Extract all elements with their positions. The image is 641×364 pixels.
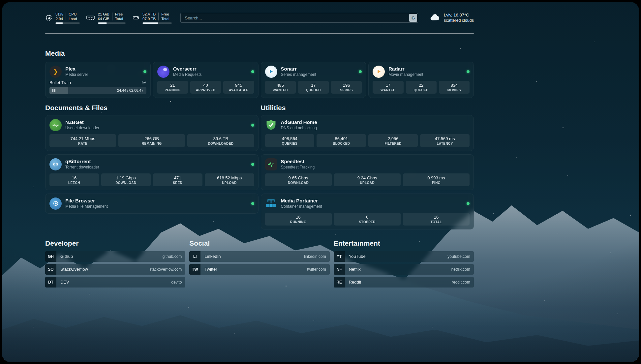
section-title-social: Social (189, 239, 329, 247)
topbar-divider (45, 33, 474, 34)
bookmark-name: LinkedIn (204, 254, 221, 259)
cloud-icon (429, 13, 441, 23)
bookmark-github[interactable]: GH Github github.com (45, 251, 185, 262)
bookmark-youtube[interactable]: YT YouTube youtube.com (334, 251, 474, 262)
app-card-overseerr[interactable]: Overseerr Media Requests 21PENDING 40APP… (153, 62, 259, 98)
section-title-utilities: Utilities (261, 104, 474, 112)
app-subtitle: Series management (281, 72, 316, 77)
bookmark-name: YouTube (349, 254, 366, 259)
bookmark-url: youtube.com (447, 254, 470, 259)
status-online-dot (251, 124, 254, 127)
app-card-filebrowser[interactable]: File Browser Media File Management (45, 194, 259, 214)
bookmark-badge: YT (334, 251, 345, 262)
app-subtitle: Media Requests (173, 72, 202, 77)
status-online-dot (467, 202, 470, 205)
section-title-developer: Developer (45, 239, 185, 247)
search-bar[interactable]: G (180, 13, 418, 23)
bookmark-badge: NF (334, 264, 345, 275)
stat-box: 744.21 MbpsRATE (49, 134, 116, 147)
bookmark-url: linkedin.com (304, 254, 326, 259)
app-card-sonarr[interactable]: Sonarr Series management 485WANTED 17QUE… (261, 62, 366, 98)
ram-free-label: Free (115, 12, 123, 16)
bookmark-badge: LI (189, 251, 200, 262)
bookmark-linkedin[interactable]: LI LinkedIn linkedin.com (189, 251, 329, 262)
stat-box: 16TOTAL (403, 213, 470, 226)
stat-box: 485WANTED (265, 81, 296, 94)
status-online-dot (251, 70, 254, 73)
stat-box: 17QUEUED (298, 81, 329, 94)
adguard-icon (265, 119, 277, 131)
bookmark-twitter[interactable]: TW Twitter twitter.com (189, 264, 329, 275)
disk-progress-bar (142, 22, 172, 24)
cpu-load-label: Load (69, 16, 77, 21)
weather-location-temp: Lviv, 16.87°C (444, 13, 474, 18)
ram-total-value: 64 GiB (98, 16, 109, 21)
settings-gear-icon[interactable] (141, 80, 146, 85)
utilities-column: Utilities (261, 104, 474, 229)
bookmark-badge: GH (45, 251, 56, 262)
ram-total-label: Total (115, 16, 123, 21)
status-online-dot (143, 70, 146, 73)
app-card-radarr[interactable]: Radarr Movie management 17WANTED 22QUEUE… (368, 62, 474, 98)
stat-box: 0.993 msPING (403, 173, 470, 186)
stat-box: 618.52 MbpsUPLOAD (205, 173, 254, 186)
app-card-portainer[interactable]: Media Portainer Container management 16R… (261, 194, 474, 229)
stat-box: 0STOPPED (334, 213, 401, 226)
stat-box: 17WANTED (373, 81, 403, 94)
bookmarks-social: Social LI LinkedIn linkedin.com TW Twitt… (189, 239, 329, 288)
bookmark-name: Twitter (204, 267, 217, 272)
section-title-entertainment: Entertainment (334, 239, 474, 247)
section-title-documents: Documents & Files (45, 104, 259, 112)
plex-playback-bar[interactable]: 24:44 / 02:06:47 (49, 87, 146, 94)
stat-box: 266 GBREMAINING (118, 134, 185, 147)
bookmark-dev[interactable]: DT DEV dev.to (45, 277, 185, 288)
media-card-grid: ❯ Plex Media server Bullet Train (45, 62, 474, 98)
bookmark-name: StackOverflow (60, 267, 88, 272)
stat-box: 47.569 msLATENCY (420, 134, 470, 147)
bookmark-name: DEV (60, 280, 69, 285)
bookmark-badge: TW (189, 264, 200, 275)
app-title: Speedtest (281, 159, 315, 165)
bookmark-reddit[interactable]: RE Reddit reddit.com (334, 277, 474, 288)
app-card-qbittorrent[interactable]: qb qBittorrent Torrent downloader 16LEEC… (45, 154, 259, 190)
bookmark-badge: RE (334, 277, 345, 288)
qbittorrent-icon: qb (49, 158, 62, 170)
app-title: qBittorrent (65, 159, 99, 165)
pause-button[interactable] (52, 89, 55, 92)
app-title: AdGuard Home (281, 119, 317, 125)
app-title: Radarr (388, 66, 423, 72)
ram-progress-bar (98, 22, 126, 24)
radarr-icon (373, 66, 385, 78)
stat-box: 40APPROVED (190, 81, 221, 94)
app-card-plex[interactable]: ❯ Plex Media server Bullet Train (45, 62, 151, 98)
stat-box: 196SERIES (331, 81, 362, 94)
bookmark-url: netflix.com (451, 267, 470, 272)
bookmark-url: twitter.com (307, 267, 326, 272)
bookmark-url: stackoverflow.com (149, 267, 182, 272)
app-subtitle: Usenet downloader (65, 126, 99, 131)
bookmark-url: github.com (163, 254, 182, 259)
search-engine-button[interactable]: G (409, 14, 417, 22)
section-title-media: Media (45, 49, 474, 57)
bookmark-badge: SO (45, 264, 56, 275)
bookmarks-developer: Developer GH Github github.com SO StackO… (45, 239, 185, 288)
search-input[interactable] (180, 13, 418, 23)
bookmark-badge: DT (45, 277, 56, 288)
documents-column: Documents & Files nzbget NZBGet Usenet d… (45, 104, 259, 229)
stat-box: 9.24 GbpsUPLOAD (334, 173, 401, 186)
bookmark-stackoverflow[interactable]: SO StackOverflow stackoverflow.com (45, 264, 185, 275)
cpu-progress-bar (55, 22, 80, 24)
app-subtitle: Media server (65, 72, 88, 77)
bookmark-name: Github (60, 254, 73, 259)
stat-box: 834MOVIES (439, 81, 470, 94)
bookmark-netflix[interactable]: NF Netflix netflix.com (334, 264, 474, 275)
app-card-nzbget[interactable]: nzbget NZBGet Usenet downloader 744.21 M… (45, 115, 259, 151)
playback-time: 24:44 / 02:06:47 (117, 88, 143, 92)
app-card-adguard[interactable]: AdGuard Home DNS and adblocking 498,564Q… (261, 115, 474, 151)
stat-box: 9.65 GbpsDOWNLOAD (265, 173, 332, 186)
status-online-dot (251, 163, 254, 166)
app-card-speedtest[interactable]: Speedtest Speedtest Tracking 9.65 GbpsDO… (261, 154, 474, 190)
filebrowser-icon (49, 197, 62, 210)
disk-drive-icon (132, 14, 139, 21)
app-title: Plex (65, 66, 88, 72)
